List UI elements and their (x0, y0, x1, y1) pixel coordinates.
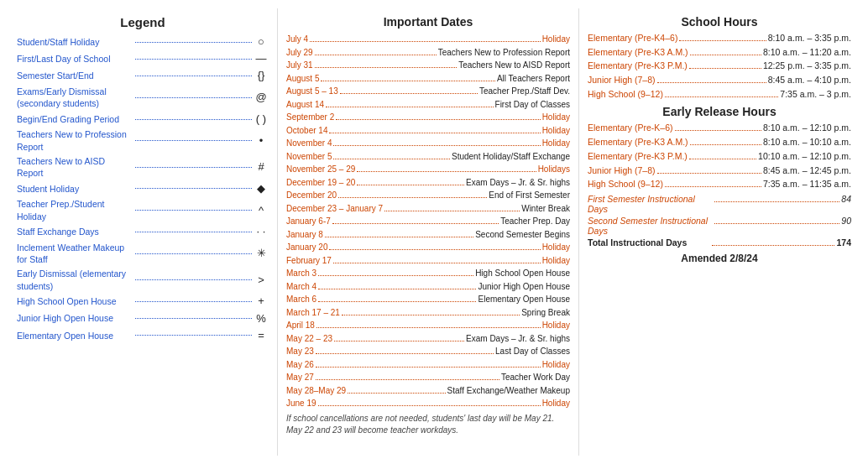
legend-symbol: ✳ (254, 246, 269, 261)
date-label: July 31 (286, 60, 313, 71)
date-label: July 4 (286, 34, 308, 45)
legend-dots (135, 76, 252, 76)
legend-dots (135, 253, 252, 254)
hours-dots (657, 82, 766, 83)
legend-item: Junior High Open House % (17, 311, 269, 326)
date-label: November 5 (286, 151, 332, 163)
legend-item: Exams/Early Dismissal (secondary student… (17, 86, 269, 110)
date-item: May 28–May 29 Staff Exchange/Weather Mak… (286, 385, 570, 397)
date-label: March 17 – 21 (286, 307, 340, 319)
hours-value: 7:35 a.m. – 3 p.m. (780, 88, 851, 101)
date-value: Winter Break (521, 203, 570, 215)
date-value: Teachers New to Profession Report (438, 47, 570, 59)
date-dots (357, 185, 464, 185)
legend-dots (135, 335, 252, 336)
date-value: All Teachers Report (497, 73, 570, 85)
date-label: May 23 (286, 346, 314, 357)
early-release-value: 10:10 a.m. – 12:10 p.m. (758, 150, 851, 163)
early-release-dots (689, 159, 756, 159)
date-dots (333, 263, 541, 263)
date-label: August 14 (286, 99, 324, 111)
legend-item-label: Elementary Open House (17, 330, 133, 342)
legend-dots (135, 140, 252, 141)
date-label: August 5 – 13 (286, 86, 338, 97)
date-item: January 8 Second Semester Begins (286, 229, 570, 241)
legend-symbol: · · (254, 224, 269, 239)
date-dots (334, 341, 464, 341)
date-value: Spring Break (521, 307, 570, 319)
date-dots (310, 41, 541, 42)
date-label: March 6 (286, 294, 316, 305)
early-release-item: High School (9–12) 7:35 a.m. – 11:35 a.m… (588, 178, 851, 190)
date-item: August 5 All Teachers Report (286, 73, 570, 85)
date-value: High School Open House (475, 268, 570, 279)
date-item: May 23 Last Day of Classes (286, 346, 570, 357)
legend-item: High School Open House + (17, 294, 269, 309)
date-item: July 29 Teachers New to Profession Repor… (286, 47, 570, 59)
legend-symbol: = (254, 328, 269, 343)
date-item: May 22 – 23 Exam Days – Jr. & Sr. highs (286, 333, 570, 345)
early-release-dots (665, 186, 761, 187)
date-item: March 6 Elementary Open House (286, 294, 570, 305)
legend-item-label: Exams/Early Dismissal (secondary student… (17, 86, 133, 110)
early-release-title: Early Release Hours (588, 105, 851, 118)
date-dots (316, 327, 541, 328)
legend-symbol: ^ (254, 203, 269, 218)
date-label: January 20 (286, 242, 327, 253)
date-dots (315, 55, 437, 55)
legend-dots (135, 232, 252, 232)
hours-dots (689, 68, 761, 69)
date-item: August 5 – 13 Teacher Prep./Staff Dev. (286, 86, 570, 97)
legend-item-label: Semester Start/End (17, 70, 133, 82)
date-value: Last Day of Classes (495, 346, 570, 357)
instructional-item: First Semester Instructional Days 84 (588, 194, 851, 214)
legend-item-label: Student/Staff Holiday (17, 36, 133, 49)
hours-dots (690, 55, 761, 55)
date-value: Holiday (542, 359, 570, 371)
hours-dots (679, 40, 766, 41)
amended-text: Amended 2/8/24 (588, 253, 851, 264)
date-item: December 19 – 20 Exam Days – Jr. & Sr. h… (286, 177, 570, 189)
date-dots (318, 405, 541, 406)
date-label: December 20 (286, 190, 337, 201)
legend-item-label: Early Dismissal (elementary students) (17, 268, 133, 292)
date-value: Exam Days – Jr. & Sr. highs (466, 177, 570, 189)
legend-title: Legend (17, 15, 269, 29)
date-item: March 4 Junior High Open House (286, 281, 570, 293)
hours-value: 8:45 a.m. – 4:10 p.m. (768, 74, 851, 86)
hours-label: Elementary (Pre-K4–6) (588, 32, 677, 44)
instructional-dots (712, 245, 834, 246)
early-release-label: Elementary (Pre-K3 A.M.) (588, 136, 688, 149)
date-label: June 19 (286, 398, 316, 409)
date-dots (316, 379, 499, 380)
hours-item: Elementary (Pre-K3 P.M.) 12:25 p.m. – 3:… (588, 60, 851, 72)
date-value: Holiday (542, 398, 570, 409)
legend-dots (135, 167, 252, 168)
date-label: May 27 (286, 372, 314, 383)
date-value: Holiday (542, 242, 570, 253)
date-label: October 14 (286, 125, 327, 137)
early-release-value: 8:10 a.m. – 10:10 a.m. (763, 136, 851, 149)
date-label: August 5 (286, 73, 319, 85)
date-item: January 20 Holiday (286, 242, 570, 253)
date-dots (326, 107, 493, 107)
date-value: Teacher Prep. Day (500, 216, 570, 227)
legend-symbol: {} (254, 68, 269, 83)
date-value: Staff Exchange/Weather Makeup (447, 385, 570, 397)
instructional-list: First Semester Instructional Days 84 Sec… (588, 194, 851, 248)
date-item: July 31 Teachers New to AISD Report (286, 60, 570, 71)
date-label: April 18 (286, 320, 315, 331)
early-release-value: 8:45 a.m. – 12:45 p.m. (763, 164, 851, 177)
date-value: Holiday (542, 125, 570, 137)
date-value: Holiday (542, 255, 570, 267)
early-release-value: 8:10 a.m. – 12:10 p.m. (763, 122, 851, 134)
instructional-item: Second Semester Instructional Days 90 (588, 216, 851, 236)
date-item: January 6-7 Teacher Prep. Day (286, 216, 570, 227)
date-item: July 4 Holiday (286, 34, 570, 45)
date-item: February 17 Holiday (286, 255, 570, 267)
date-label: December 19 – 20 (286, 177, 355, 189)
legend-dots (135, 59, 252, 60)
legend-item-label: Teachers New to Profession Report (17, 128, 133, 153)
date-dots (318, 289, 476, 289)
date-label: November 25 – 29 (286, 164, 355, 175)
